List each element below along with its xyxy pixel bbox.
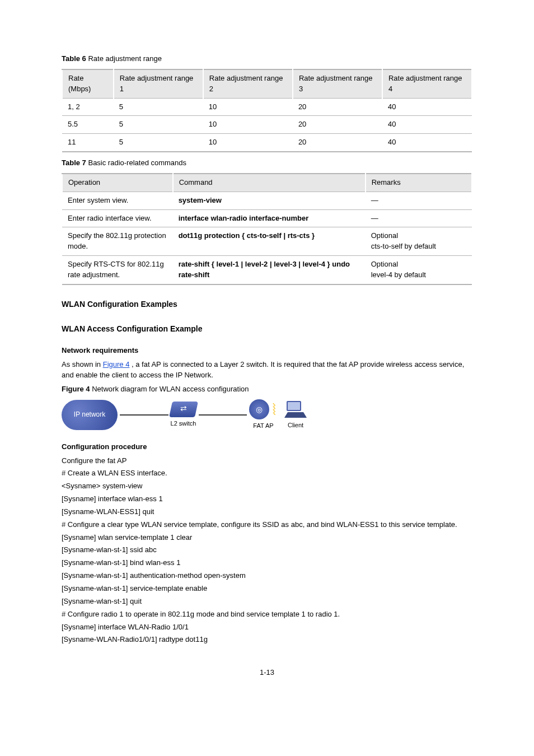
list-item: [Sysname-wlan-st-1] authentication-metho… xyxy=(62,571,472,581)
heading-network-requirements: Network requirements xyxy=(62,346,472,356)
cell: 5 xyxy=(114,98,203,116)
cell: Specify RTS-CTS for 802.11g rate adjustm… xyxy=(62,256,173,284)
cell: rate-shift { level-1 | level-2 | level-3… xyxy=(173,256,366,284)
network-diagram: IP network L2 switch ◎ ⦚ FAT AP Cli xyxy=(62,399,308,431)
table-row: 1, 2 5 10 20 40 xyxy=(62,98,472,116)
heading-wlan-config-examples: WLAN Configuration Examples xyxy=(62,298,472,310)
cell: — xyxy=(366,192,472,209)
cell: 20 xyxy=(293,134,382,152)
cell: 20 xyxy=(293,98,382,116)
list-item: [Sysname-WLAN-ESS1] quit xyxy=(62,507,472,517)
list-item: # Configure a clear type WLAN service te… xyxy=(62,520,472,530)
cell: Enter radio interface view. xyxy=(62,209,173,227)
switch-label: L2 switch xyxy=(171,419,196,428)
connector-line xyxy=(199,414,247,416)
cell: — xyxy=(366,209,472,227)
col-header: Remarks xyxy=(366,174,472,192)
list-item: [Sysname] wlan service-template 1 clear xyxy=(62,533,472,543)
table-row: Specify RTS-CTS for 802.11g rate adjustm… xyxy=(62,256,472,284)
cell: 40 xyxy=(382,116,472,134)
table7-label: Table 7 xyxy=(62,158,86,167)
cmd-text: dot11g protection { cts-to-self | rts-ct… xyxy=(179,231,315,240)
ap-label: FAT AP xyxy=(253,422,273,431)
list-item: Configure the fat AP xyxy=(62,456,472,466)
cell: 10 xyxy=(203,116,293,134)
table6-caption: Table 6 Rate adjustment range xyxy=(62,54,472,64)
cell: 10 xyxy=(203,134,293,152)
col-header: Operation xyxy=(62,174,173,192)
col-header: Rate adjustment range 2 xyxy=(203,69,293,98)
col-header: Rate adjustment range 3 xyxy=(293,69,382,98)
cloud-label: IP network xyxy=(74,410,105,419)
cell: 5 xyxy=(114,134,203,152)
cell: Enter system view. xyxy=(62,192,173,209)
cell: interface wlan-radio interface-number xyxy=(173,209,366,227)
table-header-row: Operation Command Remarks xyxy=(62,174,472,192)
table7-caption: Table 7 Basic radio-related commands xyxy=(62,158,472,169)
table7-caption-text: Basic radio-related commands xyxy=(88,158,186,167)
wireless-waves-icon: ⦚ xyxy=(271,400,278,418)
figure4-label: Figure 4 xyxy=(62,385,90,393)
page-number: 1-13 xyxy=(62,668,472,678)
cell: 11 xyxy=(62,134,114,152)
col-header: Rate (Mbps) xyxy=(62,69,114,98)
cell: 40 xyxy=(382,134,472,152)
table6-label: Table 6 xyxy=(62,54,86,63)
col-header: Rate adjustment range 1 xyxy=(114,69,203,98)
list-item: [Sysname] interface WLAN-Radio 1/0/1 xyxy=(62,622,472,633)
cell: 10 xyxy=(203,98,293,116)
laptop-icon xyxy=(283,400,308,419)
figure4-caption: Figure 4 Network diagram for WLAN access… xyxy=(62,384,472,395)
cell: Specify the 802.11g protection mode. xyxy=(62,227,173,256)
heading-configuration-procedure: Configuration procedure xyxy=(62,442,472,452)
client-label: Client xyxy=(288,421,303,430)
cell: 5.5 xyxy=(62,116,114,134)
fat-ap-device: ◎ ⦚ FAT AP xyxy=(249,399,278,431)
table-row: Enter system view. system-view — xyxy=(62,192,472,209)
list-item: [Sysname-wlan-st-1] service-template ena… xyxy=(62,584,472,594)
access-point-icon: ◎ xyxy=(249,399,269,419)
cell: Optional level-4 by default xyxy=(366,256,472,284)
list-item: [Sysname-wlan-st-1] quit xyxy=(62,596,472,607)
cell: Optional cts-to-self by default xyxy=(366,227,472,256)
cell: 1, 2 xyxy=(62,98,114,116)
table-row: 5.5 5 10 20 40 xyxy=(62,116,472,134)
figure4-link[interactable]: Figure 4 xyxy=(103,360,130,368)
text-pre: As shown in xyxy=(62,360,103,368)
list-item: [Sysname-wlan-st-1] ssid abc xyxy=(62,545,472,556)
list-item: # Configure radio 1 to operate in 802.11… xyxy=(62,609,472,620)
cloud-icon: IP network xyxy=(62,400,118,430)
page: Table 6 Rate adjustment range Rate (Mbps… xyxy=(0,0,534,756)
radio-commands-table: Operation Command Remarks Enter system v… xyxy=(62,173,472,285)
svg-rect-1 xyxy=(288,402,300,410)
rate-adjustment-table: Rate (Mbps) Rate adjustment range 1 Rate… xyxy=(62,69,472,152)
cell: system-view xyxy=(173,192,366,209)
list-item: # Create a WLAN ESS interface. xyxy=(62,468,472,479)
list-item: [Sysname-WLAN-Radio1/0/1] radtype dot11g xyxy=(62,634,472,645)
list-item: [Sysname-wlan-st-1] bind wlan-ess 1 xyxy=(62,558,472,568)
l2-switch-device: L2 switch xyxy=(171,402,196,428)
list-item: <Sysname> system-view xyxy=(62,481,472,492)
configuration-steps: Configure the fat AP # Create a WLAN ESS… xyxy=(62,456,472,646)
table-row: 11 5 10 20 40 xyxy=(62,134,472,152)
heading-wlan-access-example: WLAN Access Configuration Example xyxy=(62,323,472,334)
svg-marker-2 xyxy=(284,412,307,418)
connector-line xyxy=(120,414,168,416)
col-header: Command xyxy=(173,174,366,192)
col-header: Rate adjustment range 4 xyxy=(382,69,472,98)
cmd-text: system-view xyxy=(179,196,222,204)
switch-icon xyxy=(169,402,198,417)
cell: 20 xyxy=(293,116,382,134)
cmd-text: interface wlan-radio interface-number xyxy=(179,214,309,222)
table-row: Specify the 802.11g protection mode. dot… xyxy=(62,227,472,256)
cell: dot11g protection { cts-to-self | rts-ct… xyxy=(173,227,366,256)
table-header-row: Rate (Mbps) Rate adjustment range 1 Rate… xyxy=(62,69,472,98)
figure4-caption-text: Network diagram for WLAN access configur… xyxy=(92,385,249,393)
table-row: Enter radio interface view. interface wl… xyxy=(62,209,472,227)
table6-caption-text: Rate adjustment range xyxy=(88,54,162,63)
list-item: [Sysname] interface wlan-ess 1 xyxy=(62,494,472,505)
cell: 5 xyxy=(114,116,203,134)
client-device: Client xyxy=(283,400,308,430)
cmd-text: rate-shift { level-1 | level-2 | level-3… xyxy=(179,260,350,279)
cell: 40 xyxy=(382,98,472,116)
